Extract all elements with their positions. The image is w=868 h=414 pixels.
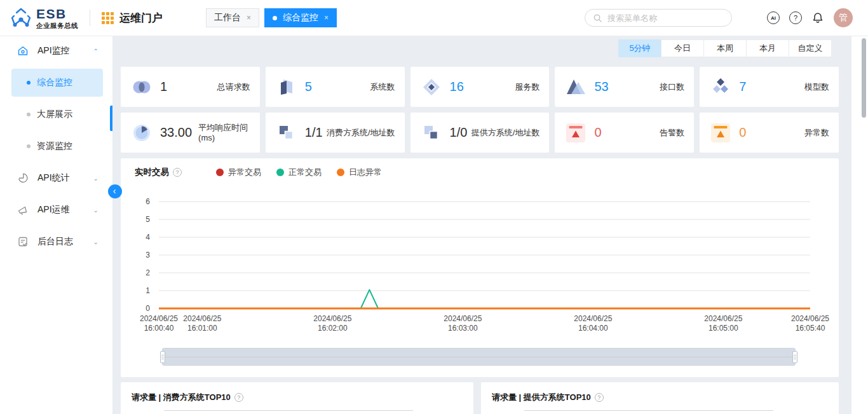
- interface-triangle-icon: [565, 76, 587, 98]
- svg-text:2024/06/25: 2024/06/25: [183, 314, 221, 323]
- stat-card-systems: 5 系统数: [266, 67, 405, 107]
- datazoom-right-handle[interactable]: [792, 351, 797, 363]
- tab-comprehensive-monitor[interactable]: 综合监控 ×: [264, 8, 337, 27]
- system-icon: [276, 76, 297, 98]
- stat-card-provider-systems: 1/0 提供方系统/地址数: [410, 113, 550, 153]
- tab-label: 综合监控: [283, 12, 318, 24]
- realtime-transactions-card: 实时交易 ? 异常交易 正常交易 日志异常 01234562024/06/251…: [121, 158, 839, 377]
- search-icon: [593, 13, 602, 23]
- page-scrollbar-thumb[interactable]: [862, 38, 866, 118]
- header-actions: AI ? 管: [767, 0, 853, 36]
- search-input[interactable]: [606, 13, 724, 24]
- filter-5min[interactable]: 5分钟: [618, 39, 661, 57]
- stat-card-exceptions: 0 异常数: [700, 113, 839, 153]
- svg-text:16:01:00: 16:01:00: [187, 324, 217, 333]
- venn-circles-icon: [131, 76, 153, 98]
- stat-label: 模型数: [804, 82, 829, 92]
- sidebar-item-api-monitor[interactable]: API监控 ⌃: [0, 37, 112, 65]
- stat-value: 1: [160, 79, 167, 94]
- close-icon[interactable]: ×: [324, 13, 329, 22]
- stat-value: 1/1: [305, 125, 323, 140]
- user-avatar[interactable]: 管: [834, 8, 853, 27]
- help-icon[interactable]: ?: [173, 168, 182, 177]
- bullet-dot-icon: [27, 113, 31, 116]
- svg-text:16:05:40: 16:05:40: [796, 324, 825, 333]
- notification-bell-icon[interactable]: [811, 11, 824, 24]
- filter-custom[interactable]: 自定义: [789, 39, 832, 57]
- page-scrollbar-track[interactable]: [851, 36, 868, 414]
- sidebar-collapse-button[interactable]: ‹: [108, 184, 122, 198]
- datazoom-left-handle[interactable]: [160, 351, 165, 363]
- filter-this-month[interactable]: 本月: [746, 39, 789, 57]
- legend-item-abnormal[interactable]: 异常交易: [216, 167, 261, 178]
- sidebar-item-comprehensive-monitor[interactable]: 综合监控: [11, 69, 103, 97]
- sidebar-item-label: 综合监控: [37, 77, 72, 88]
- esb-logo: ESB 企业服务总线: [9, 6, 78, 29]
- mini-chart-line: [164, 410, 413, 411]
- mini-chart-line: [524, 410, 773, 411]
- stat-label: 异常数: [804, 128, 829, 138]
- svg-text:3: 3: [146, 251, 150, 259]
- svg-text:2024/06/25: 2024/06/25: [791, 314, 829, 323]
- stat-value: 33.00: [160, 125, 192, 140]
- chevron-down-icon[interactable]: ⌄: [93, 238, 98, 245]
- help-icon[interactable]: ?: [789, 11, 802, 24]
- svg-text:16:00:40: 16:00:40: [144, 324, 174, 333]
- svg-text:2: 2: [146, 268, 150, 277]
- svg-text:16:05:00: 16:05:00: [709, 324, 738, 333]
- sidebar-item-label: 后台日志: [37, 236, 73, 247]
- stat-label: 服务数: [515, 82, 539, 92]
- chevron-down-icon[interactable]: ⌄: [93, 207, 98, 214]
- sidebar-item-label: 大屏展示: [37, 109, 72, 120]
- chevron-up-icon[interactable]: ⌃: [93, 48, 98, 55]
- help-icon[interactable]: ?: [595, 393, 604, 402]
- log-icon: [17, 236, 29, 247]
- alert-icon: [565, 122, 587, 144]
- datazoom-slider[interactable]: [162, 348, 796, 366]
- legend-item-log-exception[interactable]: 日志异常: [337, 167, 382, 178]
- logo-subtitle: 企业服务总线: [36, 22, 78, 29]
- consumer-top10-card: 请求量 | 消费方系统TOP10 ?: [121, 382, 473, 414]
- card-title: 请求量 | 消费方系统TOP10 ?: [132, 392, 243, 403]
- stat-value: 16: [450, 79, 464, 94]
- response-time-icon: [131, 122, 153, 144]
- sidebar-item-backend-logs[interactable]: 后台日志 ⌄: [0, 228, 112, 256]
- svg-text:6: 6: [146, 197, 150, 206]
- svg-text:2024/06/25: 2024/06/25: [444, 314, 482, 323]
- sidebar-item-label: API统计: [37, 172, 70, 184]
- tab-label: 工作台: [214, 12, 241, 24]
- svg-text:16:03:00: 16:03:00: [448, 324, 478, 333]
- legend-item-normal[interactable]: 正常交易: [276, 167, 322, 178]
- filter-this-week[interactable]: 本周: [703, 39, 747, 57]
- portal-label: 运维门户: [119, 11, 163, 25]
- realtime-line-chart: 01234562024/06/2516:00:402024/06/2516:01…: [121, 191, 839, 341]
- help-icon[interactable]: ?: [234, 393, 243, 402]
- stat-cards-row-1: 1 总请求数 5 系统数 16 服务数 53: [121, 67, 839, 107]
- close-icon[interactable]: ×: [247, 13, 251, 22]
- stat-label: 系统数: [370, 82, 395, 92]
- ai-assistant-icon[interactable]: AI: [767, 11, 780, 24]
- model-cubes-icon: [710, 76, 731, 98]
- main-content: 5分钟 今日 本周 本月 自定义 1 总请求数 5 系统数: [112, 36, 851, 414]
- stat-card-total-requests: 1 总请求数: [121, 67, 260, 107]
- tab-workbench[interactable]: 工作台 ×: [206, 8, 259, 27]
- app-header: ESB 企业服务总线 运维门户 工作台 × 综合监控 × AI ?: [0, 0, 868, 36]
- stat-value: 0: [594, 125, 601, 140]
- svg-text:4: 4: [146, 233, 150, 242]
- stat-label: 告警数: [660, 128, 684, 138]
- sidebar-item-big-screen[interactable]: 大屏展示: [11, 100, 103, 128]
- svg-text:2024/06/25: 2024/06/25: [140, 314, 178, 323]
- chart-legend: 异常交易 正常交易 日志异常: [216, 167, 382, 178]
- sidebar-item-resource-monitor[interactable]: 资源监控: [11, 132, 103, 160]
- stat-value: 0: [739, 125, 746, 140]
- filter-today[interactable]: 今日: [661, 39, 704, 57]
- active-tab-dot-icon: [273, 16, 277, 20]
- svg-text:1: 1: [146, 286, 150, 295]
- chevron-down-icon[interactable]: ⌄: [93, 175, 98, 182]
- exception-icon: [710, 122, 731, 144]
- sidebar-item-api-operations[interactable]: API运维 ⌄: [0, 196, 112, 224]
- sidebar-item-api-statistics[interactable]: API统计 ⌄: [0, 164, 112, 192]
- menu-search[interactable]: [585, 9, 732, 27]
- top10-cards-row: 请求量 | 消费方系统TOP10 ? 请求量 | 提供方系统TOP10 ?: [121, 382, 839, 414]
- stat-cards-row-2: 33.00 平均响应时间(ms) 1/1 消费方系统/地址数 1/0 提供方系统…: [121, 113, 839, 153]
